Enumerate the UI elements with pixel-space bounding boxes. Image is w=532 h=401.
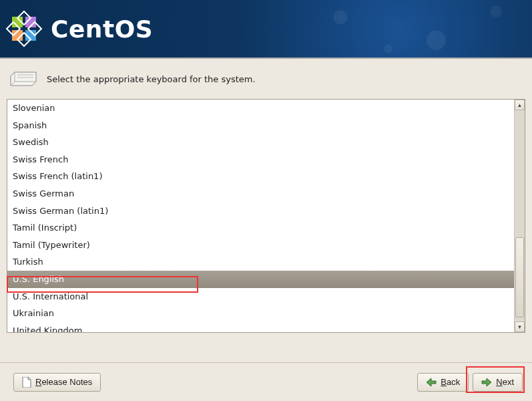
next-label: Next bbox=[496, 377, 514, 387]
arrow-right-icon bbox=[481, 378, 492, 387]
scroll-track[interactable] bbox=[515, 110, 525, 321]
arrow-left-icon bbox=[426, 378, 437, 387]
instruction-row: Select the appropriate keyboard for the … bbox=[7, 70, 525, 88]
scroll-up-button[interactable]: ▴ bbox=[515, 100, 525, 110]
release-notes-button[interactable]: Release Notes bbox=[13, 373, 101, 392]
scroll-thumb[interactable] bbox=[515, 237, 524, 317]
release-notes-label: Release Notes bbox=[35, 377, 92, 387]
back-button[interactable]: Back bbox=[417, 373, 469, 392]
next-button[interactable]: Next bbox=[473, 373, 523, 392]
scrollbar[interactable]: ▴ ▾ bbox=[514, 100, 525, 332]
keyboard-option[interactable]: Swiss German bbox=[7, 185, 514, 203]
keyboard-listbox-container: SlovenianSpanishSwedishSwiss FrenchSwiss… bbox=[7, 99, 525, 333]
keyboard-option[interactable]: Swiss German (latin1) bbox=[7, 203, 514, 220]
installer-header: CentOS bbox=[0, 0, 532, 59]
document-icon bbox=[22, 377, 31, 388]
keyboard-option[interactable]: Tamil (Typewriter) bbox=[7, 237, 514, 254]
footer-bar: Release Notes Back Next bbox=[0, 362, 532, 401]
keyboard-option[interactable]: Swiss French bbox=[7, 151, 514, 168]
keyboard-option[interactable]: Tamil (Inscript) bbox=[7, 219, 514, 237]
keyboard-option[interactable]: Slovenian bbox=[7, 100, 514, 117]
instruction-text: Select the appropriate keyboard for the … bbox=[47, 74, 256, 84]
keyboard-listbox[interactable]: SlovenianSpanishSwedishSwiss FrenchSwiss… bbox=[7, 100, 514, 332]
scroll-down-button[interactable]: ▾ bbox=[515, 321, 525, 332]
keyboard-option[interactable]: U.S. English bbox=[7, 271, 514, 288]
keyboard-option[interactable]: United Kingdom bbox=[7, 322, 514, 332]
keyboard-icon bbox=[9, 70, 37, 88]
centos-logo-icon bbox=[5, 10, 43, 47]
back-label: Back bbox=[441, 377, 460, 387]
keyboard-option[interactable]: Spanish bbox=[7, 117, 514, 134]
keyboard-option[interactable]: Ukrainian bbox=[7, 305, 514, 322]
keyboard-option[interactable]: U.S. International bbox=[7, 288, 514, 305]
keyboard-option[interactable]: Swiss French (latin1) bbox=[7, 168, 514, 185]
main-content: Select the appropriate keyboard for the … bbox=[0, 59, 532, 333]
keyboard-option[interactable]: Swedish bbox=[7, 134, 514, 151]
brand-text: CentOS bbox=[51, 15, 153, 43]
keyboard-option[interactable]: Turkish bbox=[7, 253, 514, 271]
